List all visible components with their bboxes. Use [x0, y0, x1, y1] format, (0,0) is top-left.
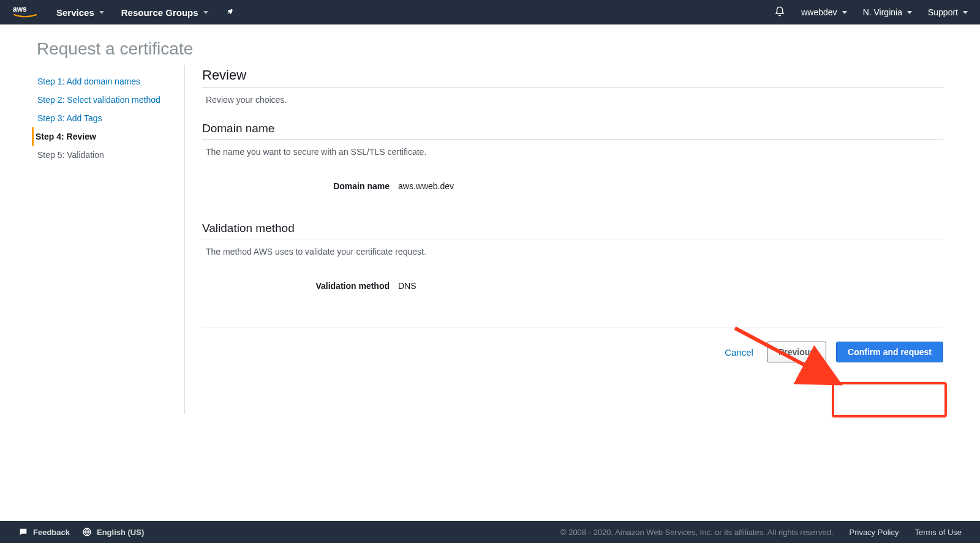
domain-kv-value: aws.wweb.dev	[398, 181, 454, 191]
language-selector[interactable]: English (US)	[82, 527, 144, 537]
aws-logo[interactable]: aws	[12, 5, 38, 20]
main-content: Review Review your choices. Domain name …	[185, 65, 943, 414]
step-5: Step 5: Validation	[36, 146, 184, 164]
speech-bubble-icon	[18, 527, 28, 537]
step-1[interactable]: Step 1: Add domain names	[36, 72, 184, 91]
chevron-down-icon	[907, 11, 912, 14]
nav-services[interactable]: Services	[56, 7, 104, 18]
footer: Feedback English (US) © 2008 - 2020, Ama…	[0, 521, 980, 543]
domain-heading: Domain name	[202, 122, 943, 140]
top-nav: aws Services Resource Groups wwebdev N. …	[0, 0, 980, 24]
review-heading: Review	[202, 67, 943, 88]
validation-heading: Validation method	[202, 222, 943, 239]
language-label: English (US)	[97, 528, 144, 537]
nav-account[interactable]: wwebdev	[801, 7, 846, 17]
wizard-steps: Step 1: Add domain names Step 2: Select …	[31, 65, 185, 414]
pin-icon[interactable]	[225, 7, 234, 18]
nav-support-label: Support	[928, 7, 958, 17]
step-4[interactable]: Step 4: Review	[32, 127, 184, 146]
chevron-down-icon	[99, 11, 104, 14]
nav-resource-groups[interactable]: Resource Groups	[121, 7, 208, 18]
nav-region-label: N. Virginia	[863, 7, 902, 17]
feedback-link[interactable]: Feedback	[18, 527, 70, 537]
annotation-highlight	[832, 382, 947, 418]
domain-desc: The name you want to secure with an SSL/…	[202, 147, 943, 157]
cancel-button[interactable]: Cancel	[721, 347, 757, 358]
confirm-request-button[interactable]: Confirm and request	[836, 342, 943, 362]
previous-button[interactable]: Previous	[767, 342, 826, 362]
page-body: Request a certificate Step 1: Add domain…	[0, 24, 980, 521]
notifications-icon[interactable]	[774, 6, 785, 19]
review-desc: Review your choices.	[202, 95, 943, 105]
page-title: Request a certificate	[0, 24, 980, 65]
validation-desc: The method AWS uses to validate your cer…	[202, 247, 943, 257]
feedback-label: Feedback	[33, 528, 70, 537]
chevron-down-icon	[203, 11, 208, 14]
domain-kv: Domain name aws.wweb.dev	[202, 181, 943, 191]
nav-account-label: wwebdev	[801, 7, 837, 17]
chevron-down-icon	[963, 11, 968, 14]
copyright-text: © 2008 - 2020, Amazon Web Services, Inc.…	[560, 528, 834, 537]
step-2[interactable]: Step 2: Select validation method	[36, 91, 184, 109]
nav-services-label: Services	[56, 7, 94, 18]
validation-kv-value: DNS	[398, 281, 417, 291]
validation-kv-label: Validation method	[206, 281, 390, 291]
nav-region[interactable]: N. Virginia	[863, 7, 912, 17]
wizard-actions: Cancel Previous Confirm and request	[202, 328, 943, 362]
nav-resource-groups-label: Resource Groups	[121, 7, 198, 18]
nav-support[interactable]: Support	[928, 7, 968, 17]
chevron-down-icon	[842, 11, 847, 14]
step-3[interactable]: Step 3: Add Tags	[36, 109, 184, 127]
terms-link[interactable]: Terms of Use	[914, 528, 962, 537]
privacy-link[interactable]: Privacy Policy	[850, 528, 899, 537]
validation-kv: Validation method DNS	[202, 281, 943, 291]
domain-kv-label: Domain name	[206, 181, 390, 191]
svg-text:aws: aws	[13, 5, 27, 13]
globe-icon	[82, 527, 92, 537]
